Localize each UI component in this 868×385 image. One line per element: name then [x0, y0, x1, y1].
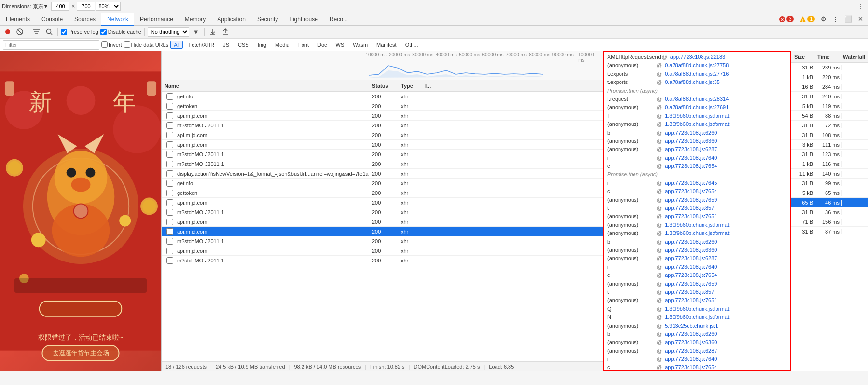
- call-link[interactable]: app.7723c108.js:6260: [665, 330, 717, 338]
- timing-row[interactable]: 5 kB 119 ms: [791, 101, 868, 111]
- tab-application[interactable]: Application: [211, 13, 251, 26]
- invert-checkbox[interactable]: [101, 41, 108, 48]
- table-row[interactable]: m?std=MO-J2011-1 200 xhr: [162, 121, 603, 130]
- timing-row[interactable]: 65 B 46 ms: [791, 198, 868, 207]
- timing-row[interactable]: 11 kB 140 ms: [791, 169, 868, 179]
- call-link[interactable]: app.7723c108.js:7640: [665, 154, 717, 162]
- th-type[interactable]: Type: [398, 83, 422, 89]
- call-link[interactable]: 1.30f9b60b.chunk.js:format:: [665, 230, 730, 237]
- height-input[interactable]: [77, 2, 95, 11]
- more-tabs-button[interactable]: ⋮: [830, 14, 840, 25]
- call-link[interactable]: app.7723c108.js:22183: [670, 54, 725, 61]
- call-link[interactable]: app.7723c108.js:7654: [665, 272, 717, 279]
- call-link[interactable]: app.7723c108.js:7640: [665, 356, 717, 363]
- filter-media-button[interactable]: Media: [272, 41, 293, 49]
- row-checkbox[interactable]: [166, 122, 173, 129]
- table-row[interactable]: api.m.jd.com 200 xhr: [162, 111, 603, 121]
- call-link[interactable]: app.7723c108.js:7659: [665, 280, 717, 288]
- timing-row[interactable]: 71 B 156 ms: [791, 217, 868, 227]
- row-checkbox[interactable]: [166, 170, 173, 177]
- invert-filter-label[interactable]: Invert: [101, 41, 122, 48]
- row-checkbox[interactable]: [166, 257, 173, 264]
- tab-security[interactable]: Security: [251, 13, 284, 26]
- disable-cache-checkbox[interactable]: [100, 29, 107, 35]
- table-row[interactable]: display.action?isNewVersion=1&_format_=j…: [162, 169, 603, 179]
- preview-cta-button[interactable]: 去逛逛年货节主会场: [42, 345, 120, 361]
- table-row[interactable]: api.m.jd.com 200 xhr: [162, 246, 603, 256]
- timing-row[interactable]: 31 B 99 ms: [791, 179, 868, 188]
- tab-lighthouse[interactable]: Lighthouse: [284, 13, 324, 26]
- warning-badge-button[interactable]: ! 1: [798, 14, 817, 25]
- call-link[interactable]: app.7723c108.js:7654: [665, 188, 717, 195]
- call-link[interactable]: 0.a78af88d.chunk.js:27716: [665, 70, 729, 78]
- tab-sources[interactable]: Sources: [69, 13, 101, 26]
- filter-wasm-button[interactable]: Wasm: [349, 41, 371, 49]
- import-har-button[interactable]: [207, 27, 218, 37]
- table-row[interactable]: api.m.jd.com 200 xhr: [162, 198, 603, 207]
- row-checkbox[interactable]: [166, 180, 173, 187]
- call-link[interactable]: app.7723c108.js:857: [665, 289, 714, 296]
- row-checkbox[interactable]: [166, 132, 173, 138]
- timing-row[interactable]: 1 kB 220 ms: [791, 72, 868, 82]
- network-table[interactable]: getinfo 200 xhr gettoken 200 xhr api.m.j…: [162, 92, 603, 361]
- timing-row[interactable]: 31 B 87 ms: [791, 227, 868, 236]
- timing-row[interactable]: 31 B 72 ms: [791, 121, 868, 130]
- table-row[interactable]: gettoken 200 xhr: [162, 188, 603, 198]
- row-checkbox[interactable]: [166, 112, 173, 119]
- call-link[interactable]: 0.a78af88d.chunk.js:35: [665, 79, 720, 86]
- table-row[interactable]: gettoken 200 xhr: [162, 101, 603, 111]
- filter-other-button[interactable]: Oth...: [402, 41, 422, 49]
- close-devtools-button[interactable]: ✕: [856, 14, 865, 25]
- timing-row[interactable]: 31 B 108 ms: [791, 130, 868, 140]
- row-checkbox[interactable]: [166, 190, 173, 196]
- settings-button[interactable]: ⚙: [819, 14, 828, 25]
- call-link[interactable]: 0.a78af88d.chunk.js:27758: [665, 62, 729, 69]
- filter-all-button[interactable]: All: [170, 41, 183, 49]
- tab-performance[interactable]: Performance: [134, 13, 179, 26]
- timing-row[interactable]: 31 B 239 ms: [791, 63, 868, 72]
- tab-network[interactable]: Network: [101, 13, 134, 26]
- search-button[interactable]: [44, 27, 55, 37]
- throttle-settings-button[interactable]: ▼: [191, 27, 201, 37]
- row-checkbox[interactable]: [166, 161, 173, 167]
- hide-data-urls-checkbox[interactable]: [124, 41, 130, 48]
- call-link[interactable]: app.7723c108.js:7651: [665, 213, 717, 220]
- width-input[interactable]: [51, 2, 69, 11]
- table-row[interactable]: api.m.jd.com 200 xhr: [162, 227, 603, 236]
- row-checkbox[interactable]: [166, 151, 173, 158]
- filter-js-button[interactable]: JS: [220, 41, 233, 49]
- timing-row[interactable]: 3 kB 111 ms: [791, 140, 868, 150]
- call-link[interactable]: 1.30f9b60b.chunk.js:format:: [665, 221, 730, 229]
- call-link[interactable]: app.7723c108.js:7640: [665, 263, 717, 271]
- table-row[interactable]: m?std=MO-J2011-1 200 xhr: [162, 159, 603, 169]
- call-link[interactable]: 1.30f9b60b.chunk.js:format:: [665, 112, 730, 120]
- call-link[interactable]: app.7723c108.js:7645: [665, 179, 717, 187]
- call-link[interactable]: 1.30f9b60b.chunk.js:format:: [665, 305, 730, 313]
- call-link[interactable]: app.7723c108.js:7651: [665, 297, 717, 304]
- call-link[interactable]: app.7723c108.js:6360: [665, 138, 717, 145]
- filter-manifest-button[interactable]: Manifest: [373, 41, 400, 49]
- call-link[interactable]: app.7723c108.js:6260: [665, 238, 717, 246]
- undock-button[interactable]: ⬜: [842, 14, 854, 25]
- call-link[interactable]: 5.913c25db.chunk.js:1: [665, 322, 718, 330]
- preserve-log-checkbox[interactable]: [61, 29, 67, 35]
- error-badge-button[interactable]: ✕ 3: [777, 14, 796, 25]
- row-checkbox[interactable]: [166, 248, 173, 254]
- row-checkbox[interactable]: [166, 238, 173, 245]
- call-link[interactable]: app.7723c108.js:7659: [665, 196, 717, 204]
- export-har-button[interactable]: [220, 27, 231, 37]
- record-button[interactable]: [3, 27, 13, 37]
- clear-button[interactable]: [14, 27, 25, 37]
- filter-css-button[interactable]: CSS: [234, 41, 252, 49]
- call-link[interactable]: app.7723c108.js:6260: [665, 129, 717, 137]
- filter-font-button[interactable]: Font: [295, 41, 312, 49]
- th-status[interactable]: Status: [369, 83, 398, 89]
- disable-cache-label[interactable]: Disable cache: [100, 29, 141, 35]
- row-checkbox[interactable]: [166, 209, 173, 216]
- row-checkbox[interactable]: [166, 141, 173, 148]
- table-row[interactable]: m?std=MO-J2011-1 200 xhr: [162, 207, 603, 217]
- zoom-select[interactable]: 80% 100% 75% 50%: [96, 2, 121, 11]
- tab-recorder[interactable]: Reco...: [324, 13, 354, 26]
- throttle-select[interactable]: No throttling Fast 3G Slow 3G Offline: [148, 27, 189, 37]
- filter-ws-button[interactable]: WS: [332, 41, 348, 49]
